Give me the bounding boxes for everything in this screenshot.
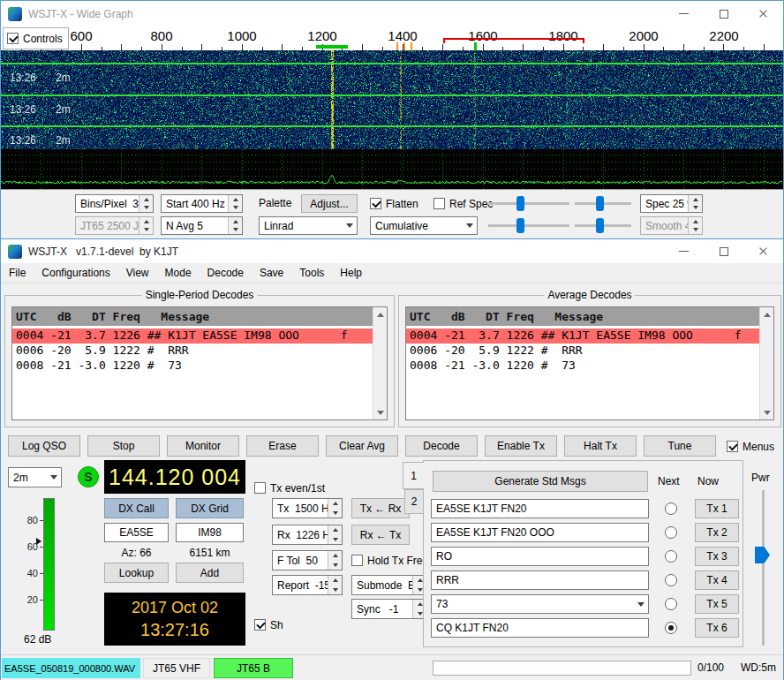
n-avg-spin[interactable]: N Avg 5 [161, 216, 243, 235]
spin-arrows-icon[interactable] [688, 195, 702, 212]
waterfall-zero-slider[interactable] [575, 194, 631, 213]
ref-spec-checkbox[interactable]: Ref Spec [433, 197, 493, 210]
scroll-down-icon[interactable] [373, 405, 387, 419]
halt-tx-button[interactable]: Halt Tx [564, 435, 637, 457]
tx-message-2-field[interactable]: EA5SE K1JT FN20 OOO [431, 523, 649, 542]
menu-view[interactable]: View [118, 263, 157, 283]
sync-spin[interactable]: Sync -1 [351, 599, 427, 619]
wide-graph-titlebar[interactable]: WSJT-X - Wide Graph [1, 1, 783, 26]
tx-message-1-radio[interactable] [665, 502, 677, 515]
spin-arrows-icon[interactable] [328, 551, 342, 570]
generate-std-msgs-button[interactable]: Generate Std Msgs [433, 471, 648, 492]
tx-even-checkbox[interactable]: Tx even/1st [254, 481, 325, 495]
spectrum-mode-select[interactable]: Cumulative [370, 216, 478, 235]
frequency-scale[interactable]: 600 800 1000 1200 1400 1600 1800 2000 22… [1, 26, 783, 50]
frequency-display[interactable]: 144.120 004 [104, 460, 245, 494]
dx-grid-field[interactable]: IM98 [176, 523, 244, 542]
minimize-button[interactable] [664, 239, 704, 263]
tx-even-checkbox-box[interactable] [254, 482, 266, 494]
slider-handle[interactable] [596, 196, 604, 211]
close-button[interactable] [743, 239, 783, 263]
rx-from-tx-button[interactable]: Rx ← Tx [351, 525, 410, 545]
adjust-palette-button[interactable]: Adjust... [301, 194, 358, 213]
flatten-checkbox-box[interactable] [370, 198, 381, 209]
spin-arrows-icon[interactable] [228, 217, 242, 234]
dx-grid-button[interactable]: DX Grid [176, 498, 244, 518]
tx-message-5-combo[interactable]: 73 [431, 594, 649, 614]
menu-save[interactable]: Save [252, 263, 291, 283]
submode-spin[interactable]: Submode B [351, 575, 427, 595]
rx-freq-spin[interactable]: Rx 1226 Hz [272, 525, 343, 545]
tx-2-button[interactable]: Tx 2 [695, 523, 739, 542]
menu-tools[interactable]: Tools [291, 263, 332, 283]
decode-row[interactable]: 0008 -21 -3.0 1220 # 73 [12, 359, 373, 374]
tx-message-5-radio[interactable] [665, 598, 677, 610]
erase-button[interactable]: Erase [246, 435, 319, 457]
slider-handle[interactable] [596, 218, 604, 233]
scrollbar[interactable] [759, 307, 773, 419]
menu-help[interactable]: Help [332, 263, 370, 283]
spin-arrows-icon[interactable] [328, 525, 342, 544]
scroll-up-icon[interactable] [760, 307, 773, 321]
flatten-checkbox[interactable]: Flatten [370, 197, 418, 210]
tab-2[interactable]: 2 [404, 489, 424, 514]
log-qso-button[interactable]: Log QSO [8, 435, 80, 457]
band-select[interactable]: 2m [8, 467, 62, 487]
tx-message-3-field[interactable]: RO [431, 547, 649, 566]
menu-file[interactable]: File [1, 263, 34, 283]
hold-tx-freq-checkbox[interactable]: Hold Tx Freq [351, 554, 428, 567]
decode-row[interactable]: 0004 -21 3.7 1226 ## K1JT EA5SE IM98 OOO… [406, 329, 759, 344]
maximize-button[interactable] [704, 1, 743, 26]
tab-1[interactable]: 1 [403, 462, 424, 489]
tx-message-3-radio[interactable] [665, 550, 677, 563]
decode-row[interactable]: 0004 -21 3.7 1226 ## K1JT EA5SE IM98 OOO… [12, 329, 373, 344]
maximize-button[interactable] [704, 239, 743, 263]
tx-message-2-radio[interactable] [665, 526, 677, 539]
spin-arrows-icon[interactable] [139, 195, 153, 212]
ref-spec-checkbox-box[interactable] [433, 198, 445, 209]
slider-handle[interactable] [516, 196, 524, 211]
spec-percent-spin[interactable]: Spec 25 % [640, 194, 703, 213]
add-button[interactable]: Add [176, 563, 244, 583]
waterfall-gain-slider[interactable] [488, 194, 569, 213]
decode-row[interactable]: 0006 -20 5.9 1222 # RRR [406, 344, 759, 359]
spin-arrows-icon[interactable] [328, 576, 342, 594]
scrollbar[interactable] [373, 307, 387, 419]
monitor-button[interactable]: Monitor [167, 435, 239, 457]
tx-message-6-radio[interactable] [665, 622, 677, 634]
menus-checkbox-box[interactable] [727, 441, 738, 452]
sh-checkbox[interactable]: Sh [254, 618, 283, 631]
slider-handle[interactable] [516, 218, 524, 233]
tx-1-button[interactable]: Tx 1 [695, 499, 739, 518]
stop-button[interactable]: Stop [87, 435, 160, 457]
single-decodes-list[interactable]: 0004 -21 3.7 1226 ## K1JT EA5SE IM98 OOO… [12, 326, 373, 419]
tx-message-4-radio[interactable] [665, 574, 677, 586]
decode-row[interactable]: 0006 -20 5.9 1222 # RRR [12, 344, 373, 359]
tx-freq-spin[interactable]: Tx 1500 Hz [272, 498, 343, 518]
pwr-slider-handle[interactable] [755, 547, 770, 563]
tune-button[interactable]: Tune [644, 435, 716, 457]
average-decodes-list[interactable]: 0004 -21 3.7 1226 ## K1JT EA5SE IM98 OOO… [406, 326, 759, 419]
bins-per-pixel-spin[interactable]: Bins/Pixel 3 [75, 194, 154, 213]
start-freq-spin[interactable]: Start 400 Hz [161, 194, 243, 213]
palette-select[interactable]: Linrad [259, 216, 358, 235]
tx-4-button[interactable]: Tx 4 [695, 570, 739, 590]
menu-configurations[interactable]: Configurations [34, 263, 117, 283]
dx-call-button[interactable]: DX Call [104, 498, 169, 518]
enable-tx-button[interactable]: Enable Tx [485, 435, 557, 457]
decode-button[interactable]: Decode [405, 435, 478, 457]
spectrum-gain-slider[interactable] [488, 216, 569, 235]
menu-decode[interactable]: Decode [200, 263, 252, 283]
waterfall-display[interactable] [1, 50, 783, 189]
scroll-up-icon[interactable] [373, 307, 387, 321]
hold-tx-freq-checkbox-box[interactable] [351, 555, 363, 566]
controls-toggle-box[interactable]: Controls [3, 27, 69, 49]
clear-avg-button[interactable]: Clear Avg [326, 435, 398, 457]
f-tol-spin[interactable]: F Tol 50 [272, 550, 343, 570]
scroll-down-icon[interactable] [760, 405, 773, 419]
pwr-slider[interactable] [754, 490, 772, 646]
tx-6-button[interactable]: Tx 6 [695, 618, 739, 638]
tx-message-1-field[interactable]: EA5SE K1JT FN20 [431, 499, 649, 518]
close-button[interactable] [743, 1, 783, 26]
menu-mode[interactable]: Mode [157, 263, 200, 283]
